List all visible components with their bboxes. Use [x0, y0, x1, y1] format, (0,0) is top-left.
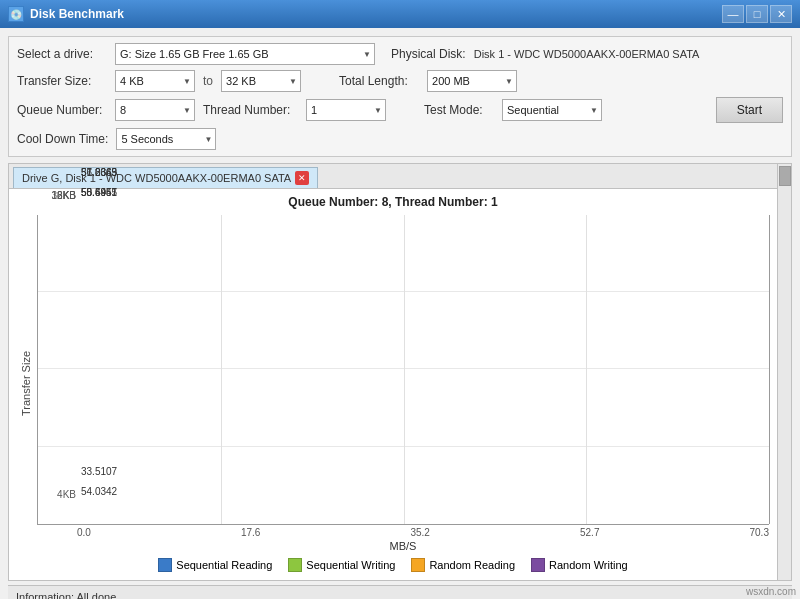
x-axis-title: MB/S — [37, 540, 769, 552]
chart-plot: 4KB 54.0342 33.5107 — [37, 215, 769, 525]
grid-v-2 — [404, 215, 405, 524]
cool-down-select[interactable]: 5 Seconds — [116, 128, 216, 150]
thread-number-label: Thread Number: — [203, 103, 298, 117]
controls-row-2: Transfer Size: 4 KB to 32 KB Total Lengt… — [17, 70, 783, 92]
grid-v-1 — [221, 215, 222, 524]
chart-title: Queue Number: 8, Thread Number: 1 — [17, 195, 769, 209]
app-icon: 💿 — [8, 6, 24, 22]
legend-seq-writing-label: Sequential Writing — [306, 559, 395, 571]
legend-rand-writing-label: Random Writing — [549, 559, 628, 571]
legend-rand-reading-color — [411, 558, 425, 572]
controls-row-1: Select a drive: G: Size 1.65 GB Free 1.6… — [17, 43, 783, 65]
transfer-size-from-wrap[interactable]: 4 KB — [115, 70, 195, 92]
test-mode-wrap[interactable]: Sequential — [502, 99, 602, 121]
transfer-size-label: Transfer Size: — [17, 74, 107, 88]
tab-close-button[interactable]: ✕ — [295, 171, 309, 185]
chart-inner: 4KB 54.0342 33.5107 — [37, 215, 769, 552]
tab-label: Drive G, Disk 1 - WDC WD5000AAKX-00ERMA0… — [22, 172, 291, 184]
bar-4kb-seqread-label: 54.0342 — [81, 486, 117, 497]
total-length-wrap[interactable]: 200 MB — [427, 70, 517, 92]
grid-v-3 — [586, 215, 587, 524]
total-length-select[interactable]: 200 MB — [427, 70, 517, 92]
scrollbar-thumb[interactable] — [779, 166, 791, 186]
cool-down-wrap[interactable]: 5 Seconds — [116, 128, 216, 150]
title-bar: 💿 Disk Benchmark — □ ✕ — [0, 0, 800, 28]
test-mode-select[interactable]: Sequential — [502, 99, 602, 121]
bar-32kb-seqwrite: 51.8369 — [78, 163, 117, 181]
bar-4kb-seqwrite: 33.5107 — [78, 462, 117, 480]
legend-seq-reading: Sequential Reading — [158, 558, 272, 572]
controls-row-4: Cool Down Time: 5 Seconds — [17, 128, 783, 150]
queue-number-label: Queue Number: — [17, 103, 107, 117]
x-tick-2: 35.2 — [410, 527, 429, 538]
transfer-size-to-wrap[interactable]: 32 KB — [221, 70, 301, 92]
drive-select-wrap[interactable]: G: Size 1.65 GB Free 1.65 GB — [115, 43, 375, 65]
status-text: Information: All done. — [16, 591, 119, 600]
main-content: Select a drive: G: Size 1.65 GB Free 1.6… — [0, 28, 800, 599]
legend-seq-writing-color — [288, 558, 302, 572]
x-tick-3: 52.7 — [580, 527, 599, 538]
controls-section: Select a drive: G: Size 1.65 GB Free 1.6… — [8, 36, 792, 157]
scrollbar[interactable] — [777, 164, 791, 580]
close-button[interactable]: ✕ — [770, 5, 792, 23]
bar-32kb-seqwrite-label: 51.8369 — [81, 167, 117, 178]
grid-v-4 — [769, 215, 770, 524]
queue-number-wrap[interactable]: 8 — [115, 99, 195, 121]
transfer-size-to-select[interactable]: 32 KB — [221, 70, 301, 92]
chart-container: Drive G, Disk 1 - WDC WD5000AAKX-00ERMA0… — [8, 163, 792, 581]
to-label: to — [203, 74, 213, 88]
chart-area: Queue Number: 8, Thread Number: 1 Transf… — [9, 189, 791, 580]
legend-rand-writing-color — [531, 558, 545, 572]
legend-rand-writing: Random Writing — [531, 558, 628, 572]
total-length-label: Total Length: — [339, 74, 419, 88]
physical-disk-value: Disk 1 - WDC WD5000AAKX-00ERMA0 SATA — [474, 48, 700, 60]
test-mode-label: Test Mode: — [424, 103, 494, 117]
start-button[interactable]: Start — [716, 97, 783, 123]
app-title: Disk Benchmark — [30, 7, 124, 21]
controls-row-3: Queue Number: 8 Thread Number: 1 Test Mo… — [17, 97, 783, 123]
transfer-size-from-select[interactable]: 4 KB — [115, 70, 195, 92]
legend-rand-reading-label: Random Reading — [429, 559, 515, 571]
window-controls: — □ ✕ — [722, 5, 792, 23]
legend-rand-reading: Random Reading — [411, 558, 515, 572]
physical-disk-label: Physical Disk: — [391, 47, 466, 61]
status-bar: Information: All done. — [8, 585, 792, 599]
y-label-32kb: 32KB — [38, 190, 76, 201]
watermark: wsxdn.com — [746, 586, 796, 597]
minimize-button[interactable]: — — [722, 5, 744, 23]
tab-bar: Drive G, Disk 1 - WDC WD5000AAKX-00ERMA0… — [9, 164, 791, 189]
drive-select[interactable]: G: Size 1.65 GB Free 1.65 GB — [115, 43, 375, 65]
x-tick-4: 70.3 — [750, 527, 769, 538]
chart-body: Transfer Size — [17, 215, 769, 552]
legend-seq-reading-color — [158, 558, 172, 572]
y-label-4kb: 4KB — [38, 489, 76, 500]
x-tick-0: 0.0 — [77, 527, 91, 538]
x-tick-1: 17.6 — [241, 527, 260, 538]
y-axis-label: Transfer Size — [17, 215, 35, 552]
chart-tab[interactable]: Drive G, Disk 1 - WDC WD5000AAKX-00ERMA0… — [13, 167, 318, 188]
cool-down-label: Cool Down Time: — [17, 132, 108, 146]
thread-number-wrap[interactable]: 1 — [306, 99, 386, 121]
legend-seq-reading-label: Sequential Reading — [176, 559, 272, 571]
legend: Sequential Reading Sequential Writing Ra… — [17, 558, 769, 572]
x-axis-labels: 0.0 17.6 35.2 52.7 70.3 — [37, 525, 769, 538]
thread-number-select[interactable]: 1 — [306, 99, 386, 121]
bar-32kb-seqread: 55.4951 — [78, 183, 117, 201]
bar-32kb-seqread-label: 55.4951 — [81, 187, 117, 198]
bar-4kb-seqwrite-label: 33.5107 — [81, 466, 117, 477]
legend-seq-writing: Sequential Writing — [288, 558, 395, 572]
select-drive-label: Select a drive: — [17, 47, 107, 61]
bar-4kb-seqread: 54.0342 — [78, 482, 117, 500]
queue-number-select[interactable]: 8 — [115, 99, 195, 121]
maximize-button[interactable]: □ — [746, 5, 768, 23]
